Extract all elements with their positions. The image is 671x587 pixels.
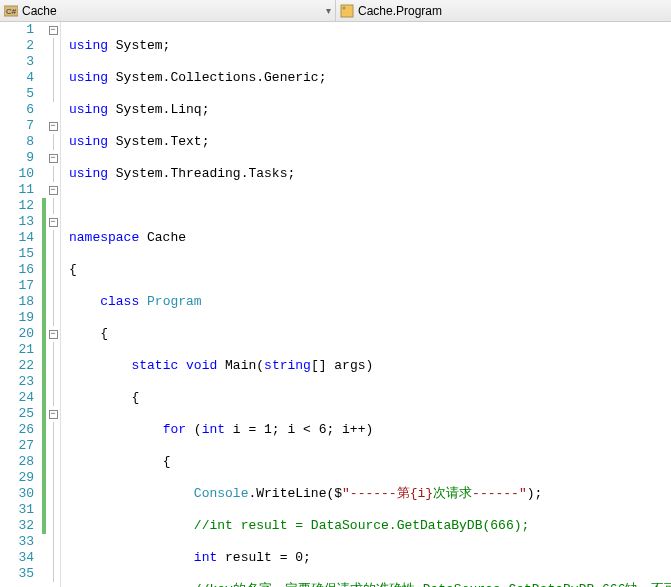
fold-toggle[interactable]: − [49, 186, 58, 195]
fold-toggle[interactable]: − [49, 26, 58, 35]
svg-text:C#: C# [6, 7, 17, 16]
line-numbers: 12345 678910 1112131415 1617181920 21222… [0, 22, 42, 587]
scope-dropdown[interactable]: C# Cache ▾ [0, 0, 336, 21]
fold-toggle[interactable]: − [49, 154, 58, 163]
code-content[interactable]: using System; using System.Collections.G… [61, 22, 671, 587]
fold-toggle[interactable]: − [49, 122, 58, 131]
navigation-bar: C# Cache ▾ Cache.Program [0, 0, 671, 22]
fold-column: − − − − − − − [46, 22, 60, 587]
chevron-down-icon[interactable]: ▾ [326, 5, 331, 16]
code-editor[interactable]: 12345 678910 1112131415 1617181920 21222… [0, 22, 671, 587]
fold-toggle[interactable]: − [49, 218, 58, 227]
svg-rect-2 [341, 5, 353, 17]
gutter: 12345 678910 1112131415 1617181920 21222… [0, 22, 61, 587]
class-icon [340, 4, 354, 18]
svg-point-3 [343, 6, 346, 9]
member-dropdown[interactable]: Cache.Program [336, 0, 671, 21]
csharp-icon: C# [4, 4, 18, 18]
scope-label: Cache [22, 4, 57, 18]
fold-toggle[interactable]: − [49, 410, 58, 419]
member-label: Cache.Program [358, 4, 442, 18]
fold-toggle[interactable]: − [49, 330, 58, 339]
